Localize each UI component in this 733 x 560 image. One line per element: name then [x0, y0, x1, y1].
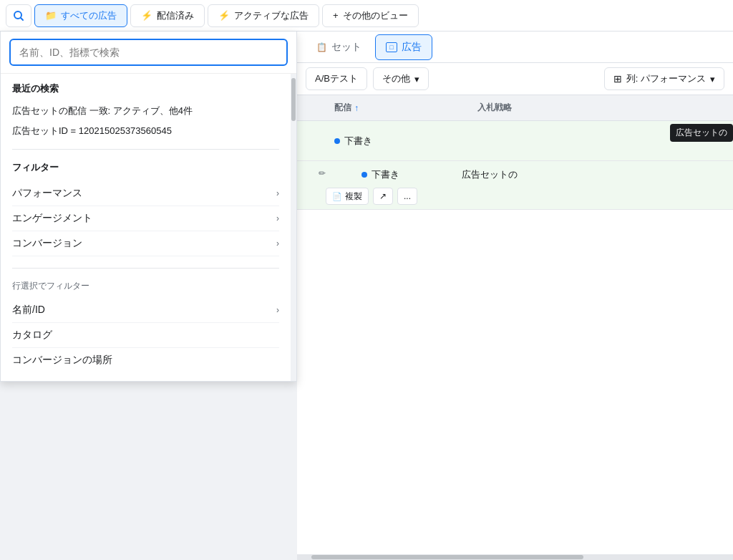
- columns-icon: ⊞: [613, 73, 622, 85]
- search-input[interactable]: [9, 39, 288, 66]
- filter-conversion-place[interactable]: コンバージョンの場所: [12, 348, 279, 372]
- search-input-container: [1, 32, 296, 74]
- filter-engagement-label: エンゲージメント: [12, 212, 92, 225]
- filter-catalog[interactable]: カタログ: [12, 323, 279, 348]
- filter-name-id-label: 名前/ID: [12, 304, 45, 317]
- recent-search-item-1[interactable]: 広告セットの配信 一致: アクティブ、他4件: [12, 104, 279, 118]
- table-row-actions: 📄 複製 ↗ ...: [326, 188, 417, 205]
- more-actions-button[interactable]: ...: [397, 188, 417, 205]
- export-button[interactable]: ↗: [373, 188, 393, 205]
- tab-all-ads[interactable]: 📁 すべての広告: [34, 4, 127, 27]
- tab-other-views[interactable]: + その他のビュー: [322, 4, 419, 27]
- edit-icons: ✏: [319, 168, 326, 178]
- search-dropdown: 最近の検索 広告セットの配信 一致: アクティブ、他4件 広告セットID = 1…: [0, 32, 297, 382]
- svg-line-1: [21, 18, 23, 20]
- table-area: 配信 ↑ 入札戦略 下書き 広告セットの: [297, 95, 733, 560]
- th-bid: 入札戦略: [477, 102, 578, 114]
- chevron-right-icon-2: ›: [276, 213, 279, 223]
- copy-icon: 📄: [332, 192, 342, 201]
- lightning-icon-2: ⚡: [218, 10, 230, 21]
- chevron-down-icon-2: ▾: [710, 74, 715, 85]
- chevron-right-icon-1: ›: [276, 188, 279, 198]
- filter-catalog-label: カタログ: [12, 329, 52, 342]
- tab-ad[interactable]: □ 広告: [375, 34, 432, 60]
- recent-search-item-2[interactable]: 広告セットID = 120215025373560545: [12, 124, 279, 138]
- status-dot-1: [334, 138, 340, 144]
- horizontal-scrollbar-thumb: [311, 555, 583, 559]
- th-delivery: 配信 ↑: [334, 102, 449, 114]
- tab-bar: 📁 すべての広告 ⚡ 配信済み ⚡ アクティブな広告 + その他のビュー: [0, 0, 733, 32]
- row-filter-title: 行選択でフィルター: [12, 280, 279, 292]
- columns-button[interactable]: ⊞ 列: パフォーマンス ▾: [604, 67, 724, 90]
- delivery-status-1: 下書き: [334, 135, 372, 148]
- ad-tab-icon: □: [386, 42, 397, 52]
- edit-icon[interactable]: ✏: [319, 168, 326, 178]
- tab-adset[interactable]: 📋 セット: [306, 34, 372, 60]
- delivery-col-label: 配信: [334, 102, 351, 114]
- table-row: 下書き 広告セットの: [297, 121, 733, 161]
- filter-engagement[interactable]: エンゲージメント ›: [12, 206, 279, 231]
- table-row: ✏ 下書き 広告セットの 📄 複製 ↗ .: [297, 161, 733, 210]
- secondary-tabs: 📋 セット □ 広告: [297, 32, 733, 63]
- dropdown-content: 最近の検索 広告セットの配信 一致: アクティブ、他4件 広告セットID = 1…: [1, 74, 291, 381]
- tab-adset-label: セット: [331, 41, 361, 54]
- table-header: 配信 ↑ 入札戦略: [297, 95, 733, 121]
- delivery-text-2: 下書き: [372, 168, 399, 181]
- columns-label: 列: パフォーマンス: [626, 72, 706, 85]
- bid-text-2: 広告セットの: [462, 168, 518, 181]
- chevron-down-icon: ▾: [414, 74, 419, 85]
- dropdown-scrollbar[interactable]: [291, 74, 296, 381]
- filter-conversion-label: コンバージョン: [12, 237, 82, 250]
- filters-title: フィルター: [12, 161, 279, 174]
- tab-delivered-label: 配信済み: [157, 9, 194, 22]
- status-dot-2: [361, 172, 367, 178]
- delivery-status-2: 下書き: [361, 168, 399, 181]
- more-icon: ...: [404, 191, 411, 201]
- divider-2: [12, 268, 279, 269]
- right-content: 📋 セット □ 広告 A/Bテスト その他 ▾ ⊞ 列: パフォーマンス ▾: [297, 32, 733, 560]
- bid-col-label: 入札戦略: [477, 102, 512, 112]
- divider-1: [12, 149, 279, 150]
- adset-tab-icon: 📋: [316, 42, 327, 52]
- scrollbar-thumb: [291, 78, 296, 121]
- search-button[interactable]: [6, 4, 31, 27]
- action-bar: A/Bテスト その他 ▾ ⊞ 列: パフォーマンス ▾: [297, 63, 733, 95]
- main-area: 最近の検索 広告セットの配信 一致: アクティブ、他4件 広告セットID = 1…: [0, 32, 733, 560]
- recent-searches-title: 最近の検索: [12, 82, 279, 95]
- filter-performance[interactable]: パフォーマンス ›: [12, 181, 279, 206]
- tab-other-views-label: その他のビュー: [343, 9, 408, 22]
- filter-conversion[interactable]: コンバージョン ›: [12, 231, 279, 256]
- duplicate-button[interactable]: 📄 複製: [326, 188, 369, 205]
- filter-conversion-place-label: コンバージョンの場所: [12, 354, 112, 367]
- plus-icon: +: [333, 10, 339, 21]
- delivery-text-1: 下書き: [344, 135, 372, 148]
- tab-active-ads[interactable]: ⚡ アクティブな広告: [208, 4, 319, 27]
- chevron-right-icon-4: ›: [276, 305, 279, 315]
- export-icon: ↗: [379, 191, 387, 201]
- sort-arrow-icon: ↑: [354, 103, 359, 113]
- filter-name-id[interactable]: 名前/ID ›: [12, 298, 279, 323]
- ab-test-button[interactable]: A/Bテスト: [306, 67, 367, 90]
- tab-active-ads-label: アクティブな広告: [234, 9, 309, 22]
- horizontal-scrollbar[interactable]: [297, 554, 733, 560]
- duplicate-label: 複製: [345, 190, 362, 203]
- filter-performance-label: パフォーマンス: [12, 187, 82, 200]
- tab-delivered[interactable]: ⚡ 配信済み: [130, 4, 205, 27]
- chevron-right-icon-3: ›: [276, 238, 279, 248]
- folder-icon: 📁: [45, 10, 57, 21]
- bid-tooltip: 広告セットの: [670, 124, 733, 142]
- other-label: その他: [382, 72, 410, 85]
- ab-test-label: A/Bテスト: [315, 72, 358, 85]
- dropdown-body: 最近の検索 広告セットの配信 一致: アクティブ、他4件 広告セットID = 1…: [1, 74, 296, 381]
- tab-all-ads-label: すべての広告: [61, 9, 117, 22]
- tab-ad-label: 広告: [402, 41, 422, 54]
- tooltip-text: 広告セットの: [676, 127, 727, 137]
- lightning-icon-1: ⚡: [141, 10, 152, 21]
- other-button[interactable]: その他 ▾: [373, 67, 429, 90]
